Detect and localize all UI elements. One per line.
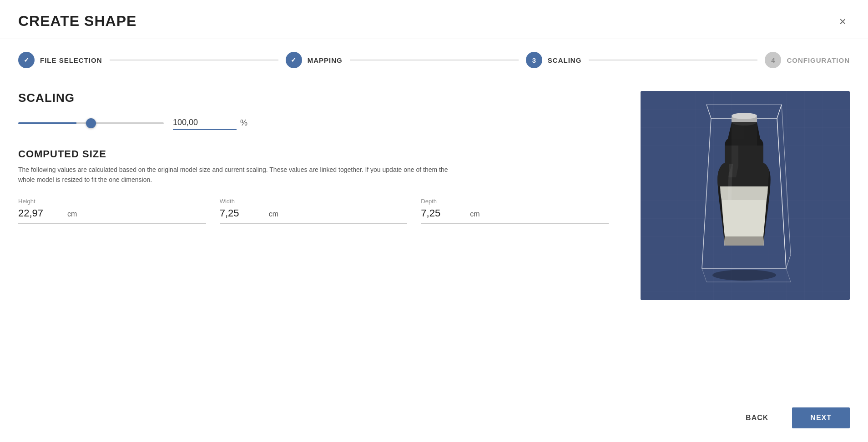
width-input-group: cm — [220, 207, 408, 224]
create-shape-modal: CREATE SHAPE × ✓ FILE SELECTION ✓ MAPPIN… — [0, 0, 868, 442]
scaling-value-input[interactable] — [173, 116, 237, 130]
main-content: SCALING % COMPUTED SIZE The following va… — [0, 77, 868, 398]
scaling-row: % — [18, 116, 622, 130]
step-file-selection: ✓ FILE SELECTION — [18, 52, 102, 68]
height-unit: cm — [67, 210, 77, 218]
stepper: ✓ FILE SELECTION ✓ MAPPING 3 SCALING 4 C — [0, 39, 868, 77]
3d-preview — [641, 91, 850, 300]
scaling-input-group: % — [173, 116, 247, 130]
svg-point-10 — [712, 270, 776, 281]
step-scaling: 3 SCALING — [526, 52, 582, 68]
right-panel — [641, 91, 850, 389]
width-unit: cm — [269, 210, 278, 218]
width-field: Width cm — [220, 198, 421, 224]
computed-size-title: COMPUTED SIZE — [18, 148, 622, 160]
step-3-circle: 3 — [526, 52, 542, 68]
close-button[interactable]: × — [836, 14, 850, 29]
depth-unit: cm — [470, 210, 479, 218]
computed-size-description: The following values are calculated base… — [18, 165, 455, 185]
depth-input-group: cm — [421, 207, 609, 224]
height-input-group: cm — [18, 207, 206, 224]
step-4-circle: 4 — [765, 52, 781, 68]
step-1-label: FILE SELECTION — [40, 56, 102, 64]
width-label: Width — [220, 198, 408, 205]
modal-title: CREATE SHAPE — [18, 13, 136, 30]
step-1-circle: ✓ — [18, 52, 35, 68]
height-input[interactable] — [18, 207, 64, 219]
back-button[interactable]: BACK — [729, 407, 785, 428]
step-3-number: 3 — [532, 56, 536, 64]
scaling-title: SCALING — [18, 91, 622, 105]
width-input[interactable] — [220, 207, 265, 219]
connector-1-2 — [110, 60, 278, 60]
step-configuration: 4 CONFIGURATION — [765, 52, 850, 68]
height-field: Height cm — [18, 198, 220, 224]
connector-3-4 — [589, 60, 757, 60]
step-4-number: 4 — [771, 56, 775, 64]
scaling-unit: % — [240, 118, 247, 128]
depth-field: Depth cm — [421, 198, 622, 224]
step-mapping: ✓ MAPPING — [286, 52, 343, 68]
step-2-circle: ✓ — [286, 52, 302, 68]
left-panel: SCALING % COMPUTED SIZE The following va… — [18, 91, 622, 389]
depth-label: Depth — [421, 198, 609, 205]
step-2-icon: ✓ — [291, 56, 297, 64]
dimensions-row: Height cm Width cm Depth — [18, 198, 622, 224]
step-2-label: MAPPING — [308, 56, 343, 64]
svg-point-13 — [732, 113, 757, 119]
slider-track — [18, 122, 164, 124]
connector-2-3 — [350, 60, 519, 60]
step-1-icon: ✓ — [24, 56, 30, 64]
depth-input[interactable] — [421, 207, 466, 219]
slider-container — [18, 122, 164, 124]
bottle-scene-svg — [641, 91, 850, 300]
height-label: Height — [18, 198, 206, 205]
next-button[interactable]: NEXT — [792, 407, 850, 428]
footer: BACK NEXT — [0, 398, 868, 442]
scaling-slider[interactable] — [18, 122, 164, 124]
modal-header: CREATE SHAPE × — [0, 0, 868, 39]
step-4-label: CONFIGURATION — [787, 56, 850, 64]
step-3-label: SCALING — [548, 56, 582, 64]
